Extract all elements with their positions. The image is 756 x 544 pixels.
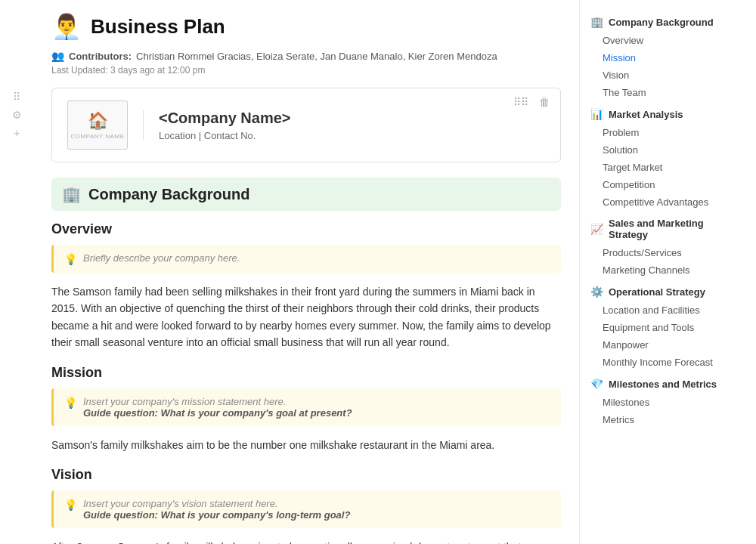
sidebar-section-header-milestones-metrics[interactable]: 💎Milestones and Metrics — [580, 374, 738, 394]
card-delete-btn[interactable]: 🗑 — [536, 94, 553, 110]
vision-hint-box: 💡 Insert your company's vision statement… — [51, 490, 561, 528]
overview-hint-text[interactable]: Briefly describe your company here. — [83, 252, 240, 264]
mission-hint-line2: Guide question: What is your company's g… — [83, 407, 352, 419]
sidebar-milestones-metrics-label: Milestones and Metrics — [609, 379, 717, 390]
logo-text: COMPANY NAME — [70, 133, 124, 140]
vision-body: After 3 years, Samson's family milkshake… — [51, 539, 561, 544]
mission-body: Samson's family milkshakes aim to be the… — [51, 437, 561, 453]
company-card: ⠿⠿ 🗑 🏠 COMPANY NAME <Company Name> Locat… — [51, 88, 561, 162]
sidebar-sales-marketing-label: Sales and Marketing Strategy — [609, 218, 727, 240]
sidebar-section-operational-strategy: ⚙️Operational StrategyLocation and Facil… — [580, 282, 738, 371]
overview-hint-box: 💡 Briefly describe your company here. — [51, 245, 561, 273]
sidebar-company-background-icon: 🏢 — [590, 16, 603, 28]
mission-hint-box: 💡 Insert your company's mission statemen… — [51, 388, 561, 426]
vision-hint-line1[interactable]: Insert your company's vision statement h… — [83, 498, 350, 509]
sidebar-item-the-team[interactable]: The Team — [580, 84, 738, 101]
company-info: <Company Name> Location | Contact No. — [159, 110, 291, 141]
sidebar-item-problem[interactable]: Problem — [580, 124, 738, 141]
sidebar-item-overview[interactable]: Overview — [580, 32, 738, 49]
sidebar-item-metrics[interactable]: Metrics — [580, 411, 738, 428]
vision-hint-icon: 💡 — [64, 499, 77, 511]
card-drag-btn[interactable]: ⠿⠿ — [510, 94, 531, 110]
drag-handle-icon[interactable]: ⠿ — [13, 91, 20, 103]
page-header: 👨‍💼 Business Plan — [51, 12, 561, 41]
sidebar-milestones-metrics-icon: 💎 — [590, 378, 603, 390]
sidebar-market-analysis-label: Market Analysis — [609, 109, 683, 120]
mission-heading: Mission — [51, 365, 561, 381]
logo-icon: 🏠 — [88, 111, 108, 131]
last-updated: Last Updated: 3 days ago at 12:00 pm — [51, 65, 561, 76]
left-toolbar: ⠿ ⚙ + — [0, 0, 27, 544]
company-divider — [143, 110, 144, 141]
card-actions: ⠿⠿ 🗑 — [510, 94, 553, 110]
page-title: Business Plan — [91, 15, 225, 39]
contributors-list: Christian Rommel Gracias, Eloiza Serate,… — [136, 51, 497, 62]
sidebar-nav: 🏢Company BackgroundOverviewMissionVision… — [580, 12, 738, 428]
mission-hint-icon: 💡 — [64, 397, 77, 409]
mission-section: Mission 💡 Insert your company's mission … — [51, 365, 561, 453]
company-background-icon: 🏢 — [62, 185, 81, 203]
vision-hint-line2: Guide question: What is your company's l… — [83, 509, 350, 521]
company-name[interactable]: <Company Name> — [159, 110, 291, 127]
settings-icon[interactable]: ⚙ — [12, 109, 22, 121]
sidebar-section-market-analysis: 📊Market AnalysisProblemSolutionTarget Ma… — [580, 104, 738, 211]
sidebar-operational-strategy-icon: ⚙️ — [590, 286, 603, 298]
mission-hint-line1[interactable]: Insert your company's mission statement … — [83, 396, 352, 407]
hint-bulb-icon: 💡 — [64, 253, 77, 265]
sidebar-item-equipment-tools[interactable]: Equipment and Tools — [580, 319, 738, 336]
sidebar-item-solution[interactable]: Solution — [580, 141, 738, 159]
company-logo: 🏠 COMPANY NAME — [67, 100, 128, 150]
overview-body: The Samson family had been selling milks… — [51, 283, 561, 351]
company-background-heading: Company Background — [88, 186, 249, 203]
sidebar-item-marketing-channels[interactable]: Marketing Channels — [580, 261, 738, 279]
sidebar-section-company-background: 🏢Company BackgroundOverviewMissionVision… — [580, 12, 738, 101]
sidebar-item-products-services[interactable]: Products/Services — [580, 244, 738, 261]
sidebar-section-header-market-analysis[interactable]: 📊Market Analysis — [580, 104, 738, 124]
sidebar-operational-strategy-label: Operational Strategy — [609, 286, 705, 298]
sidebar-item-milestones[interactable]: Milestones — [580, 394, 738, 411]
contributors-icon: 👥 — [51, 50, 64, 62]
contributors-row: 👥 Contributors: Christian Rommel Gracias… — [51, 50, 561, 62]
add-block-icon[interactable]: + — [14, 127, 20, 139]
vision-heading: Vision — [51, 467, 561, 483]
company-contact[interactable]: Location | Contact No. — [159, 130, 291, 141]
right-sidebar: 🏢Company BackgroundOverviewMissionVision… — [579, 0, 738, 544]
sidebar-item-competition[interactable]: Competition — [580, 176, 738, 193]
overview-heading: Overview — [51, 221, 561, 237]
sidebar-section-milestones-metrics: 💎Milestones and MetricsMilestonesMetrics — [580, 374, 738, 428]
sidebar-section-sales-marketing: 📈Sales and Marketing StrategyProducts/Se… — [580, 214, 738, 279]
sidebar-item-vision[interactable]: Vision — [580, 66, 738, 84]
mission-hint-content: Insert your company's mission statement … — [83, 396, 352, 419]
sidebar-item-competitive-advantages[interactable]: Competitive Advantages — [580, 193, 738, 211]
page-emoji: 👨‍💼 — [51, 12, 82, 41]
overview-section: Overview 💡 Briefly describe your company… — [51, 221, 561, 351]
vision-hint-bold: Guide question: What is your company's l… — [83, 509, 350, 521]
sidebar-sales-marketing-icon: 📈 — [590, 223, 603, 235]
main-content: 👨‍💼 Business Plan 👥 Contributors: Christ… — [27, 0, 579, 544]
mission-hint-bold: Guide question: What is your company's g… — [83, 407, 352, 419]
contributors-label: Contributors: — [69, 51, 132, 62]
sidebar-section-header-company-background[interactable]: 🏢Company Background — [580, 12, 738, 32]
sidebar-section-header-sales-marketing[interactable]: 📈Sales and Marketing Strategy — [580, 214, 738, 244]
sidebar-item-monthly-income[interactable]: Monthly Income Forecast — [580, 354, 738, 371]
sidebar-item-location-facilities[interactable]: Location and Facilities — [580, 301, 738, 319]
sidebar-item-manpower[interactable]: Manpower — [580, 336, 738, 354]
vision-section: Vision 💡 Insert your company's vision st… — [51, 467, 561, 544]
company-background-heading-block: 🏢 Company Background — [51, 178, 561, 211]
sidebar-market-analysis-icon: 📊 — [590, 108, 603, 120]
sidebar-item-target-market[interactable]: Target Market — [580, 159, 738, 176]
vision-hint-content: Insert your company's vision statement h… — [83, 498, 350, 521]
sidebar-section-header-operational-strategy[interactable]: ⚙️Operational Strategy — [580, 282, 738, 301]
sidebar-item-mission[interactable]: Mission — [580, 49, 738, 66]
sidebar-company-background-label: Company Background — [609, 17, 714, 28]
